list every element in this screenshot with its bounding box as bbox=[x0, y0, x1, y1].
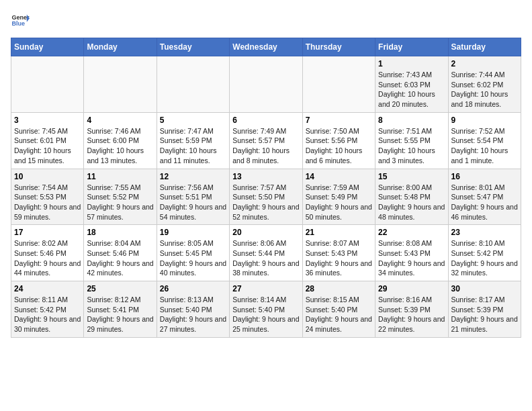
calendar-cell: 14Sunrise: 7:59 AM Sunset: 5:49 PM Dayli… bbox=[302, 169, 375, 225]
day-info: Sunrise: 8:02 AM Sunset: 5:46 PM Dayligh… bbox=[14, 238, 81, 278]
calendar-cell: 26Sunrise: 8:13 AM Sunset: 5:40 PM Dayli… bbox=[157, 281, 229, 338]
day-number: 28 bbox=[306, 284, 372, 293]
day-info: Sunrise: 8:14 AM Sunset: 5:40 PM Dayligh… bbox=[232, 295, 299, 334]
calendar-cell bbox=[230, 56, 302, 113]
svg-text:Blue: Blue bbox=[11, 20, 25, 27]
calendar-cell: 12Sunrise: 7:56 AM Sunset: 5:51 PM Dayli… bbox=[157, 169, 229, 225]
calendar-cell bbox=[302, 56, 375, 113]
day-number: 20 bbox=[232, 228, 299, 237]
day-info: Sunrise: 7:49 AM Sunset: 5:57 PM Dayligh… bbox=[232, 126, 299, 166]
day-info: Sunrise: 7:43 AM Sunset: 6:03 PM Dayligh… bbox=[378, 70, 445, 109]
weekday-header-friday: Friday bbox=[375, 38, 448, 56]
day-info: Sunrise: 8:01 AM Sunset: 5:47 PM Dayligh… bbox=[451, 183, 518, 222]
day-number: 10 bbox=[14, 172, 81, 181]
day-info: Sunrise: 8:04 AM Sunset: 5:46 PM Dayligh… bbox=[87, 238, 153, 278]
day-number: 18 bbox=[87, 228, 153, 237]
day-info: Sunrise: 8:13 AM Sunset: 5:40 PM Dayligh… bbox=[160, 295, 226, 334]
day-info: Sunrise: 7:57 AM Sunset: 5:50 PM Dayligh… bbox=[232, 183, 299, 222]
calendar-cell: 4Sunrise: 7:46 AM Sunset: 6:00 PM Daylig… bbox=[84, 112, 157, 169]
day-number: 4 bbox=[87, 116, 153, 125]
day-info: Sunrise: 7:51 AM Sunset: 5:55 PM Dayligh… bbox=[378, 126, 445, 166]
calendar-cell: 21Sunrise: 8:07 AM Sunset: 5:43 PM Dayli… bbox=[302, 225, 375, 281]
calendar-cell: 3Sunrise: 7:45 AM Sunset: 6:01 PM Daylig… bbox=[11, 112, 84, 169]
day-number: 7 bbox=[306, 116, 372, 125]
day-number: 24 bbox=[14, 284, 81, 293]
day-number: 25 bbox=[87, 284, 153, 293]
day-number: 17 bbox=[14, 228, 81, 237]
day-number: 14 bbox=[306, 172, 372, 181]
calendar-cell bbox=[157, 56, 229, 113]
day-info: Sunrise: 7:56 AM Sunset: 5:51 PM Dayligh… bbox=[160, 183, 226, 222]
day-info: Sunrise: 7:46 AM Sunset: 6:00 PM Dayligh… bbox=[87, 126, 153, 166]
weekday-header-saturday: Saturday bbox=[448, 38, 521, 56]
day-info: Sunrise: 7:54 AM Sunset: 5:53 PM Dayligh… bbox=[14, 183, 81, 222]
day-info: Sunrise: 8:12 AM Sunset: 5:41 PM Dayligh… bbox=[87, 295, 153, 334]
weekday-header-wednesday: Wednesday bbox=[230, 38, 302, 56]
day-number: 1 bbox=[378, 59, 445, 68]
calendar-cell: 1Sunrise: 7:43 AM Sunset: 6:03 PM Daylig… bbox=[375, 56, 448, 113]
day-info: Sunrise: 7:50 AM Sunset: 5:56 PM Dayligh… bbox=[306, 126, 372, 166]
logo-icon: General Blue bbox=[11, 11, 30, 30]
calendar-cell: 2Sunrise: 7:44 AM Sunset: 6:02 PM Daylig… bbox=[448, 56, 521, 113]
day-number: 29 bbox=[378, 284, 445, 293]
day-info: Sunrise: 7:45 AM Sunset: 6:01 PM Dayligh… bbox=[14, 126, 81, 166]
calendar-cell: 8Sunrise: 7:51 AM Sunset: 5:55 PM Daylig… bbox=[375, 112, 448, 169]
day-info: Sunrise: 7:55 AM Sunset: 5:52 PM Dayligh… bbox=[87, 183, 153, 222]
calendar-cell: 29Sunrise: 8:16 AM Sunset: 5:39 PM Dayli… bbox=[375, 281, 448, 338]
day-info: Sunrise: 8:08 AM Sunset: 5:43 PM Dayligh… bbox=[378, 238, 445, 278]
day-info: Sunrise: 8:00 AM Sunset: 5:48 PM Dayligh… bbox=[378, 183, 445, 222]
day-number: 11 bbox=[87, 172, 153, 181]
day-info: Sunrise: 8:16 AM Sunset: 5:39 PM Dayligh… bbox=[378, 295, 445, 334]
day-info: Sunrise: 8:15 AM Sunset: 5:40 PM Dayligh… bbox=[306, 295, 372, 334]
day-info: Sunrise: 7:52 AM Sunset: 5:54 PM Dayligh… bbox=[451, 126, 518, 166]
day-number: 12 bbox=[160, 172, 226, 181]
calendar-cell: 23Sunrise: 8:10 AM Sunset: 5:42 PM Dayli… bbox=[448, 225, 521, 281]
day-number: 9 bbox=[451, 116, 518, 125]
day-number: 30 bbox=[451, 284, 518, 293]
calendar-cell: 5Sunrise: 7:47 AM Sunset: 5:59 PM Daylig… bbox=[157, 112, 229, 169]
day-info: Sunrise: 7:47 AM Sunset: 5:59 PM Dayligh… bbox=[160, 126, 226, 166]
page-header: General Blue bbox=[11, 11, 521, 30]
weekday-header-sunday: Sunday bbox=[11, 38, 84, 56]
calendar-cell: 20Sunrise: 8:06 AM Sunset: 5:44 PM Dayli… bbox=[230, 225, 302, 281]
day-number: 6 bbox=[232, 116, 299, 125]
calendar-cell: 27Sunrise: 8:14 AM Sunset: 5:40 PM Dayli… bbox=[230, 281, 302, 338]
logo: General Blue bbox=[11, 11, 30, 30]
calendar-cell: 28Sunrise: 8:15 AM Sunset: 5:40 PM Dayli… bbox=[302, 281, 375, 338]
day-info: Sunrise: 8:07 AM Sunset: 5:43 PM Dayligh… bbox=[306, 238, 372, 278]
calendar-cell: 15Sunrise: 8:00 AM Sunset: 5:48 PM Dayli… bbox=[375, 169, 448, 225]
calendar-cell: 10Sunrise: 7:54 AM Sunset: 5:53 PM Dayli… bbox=[11, 169, 84, 225]
calendar-cell: 19Sunrise: 8:05 AM Sunset: 5:45 PM Dayli… bbox=[157, 225, 229, 281]
day-number: 21 bbox=[306, 228, 372, 237]
day-number: 15 bbox=[378, 172, 445, 181]
day-info: Sunrise: 7:44 AM Sunset: 6:02 PM Dayligh… bbox=[451, 70, 518, 109]
day-info: Sunrise: 8:10 AM Sunset: 5:42 PM Dayligh… bbox=[451, 238, 518, 278]
day-number: 26 bbox=[160, 284, 226, 293]
day-number: 16 bbox=[451, 172, 518, 181]
day-number: 5 bbox=[160, 116, 226, 125]
calendar-cell: 18Sunrise: 8:04 AM Sunset: 5:46 PM Dayli… bbox=[84, 225, 157, 281]
calendar-cell: 11Sunrise: 7:55 AM Sunset: 5:52 PM Dayli… bbox=[84, 169, 157, 225]
day-number: 8 bbox=[378, 116, 445, 125]
day-number: 27 bbox=[232, 284, 299, 293]
day-number: 3 bbox=[14, 116, 81, 125]
calendar-cell: 16Sunrise: 8:01 AM Sunset: 5:47 PM Dayli… bbox=[448, 169, 521, 225]
day-number: 19 bbox=[160, 228, 226, 237]
day-info: Sunrise: 8:06 AM Sunset: 5:44 PM Dayligh… bbox=[232, 238, 299, 278]
calendar-cell: 17Sunrise: 8:02 AM Sunset: 5:46 PM Dayli… bbox=[11, 225, 84, 281]
day-number: 13 bbox=[232, 172, 299, 181]
calendar-cell: 7Sunrise: 7:50 AM Sunset: 5:56 PM Daylig… bbox=[302, 112, 375, 169]
day-info: Sunrise: 7:59 AM Sunset: 5:49 PM Dayligh… bbox=[306, 183, 372, 222]
day-info: Sunrise: 8:05 AM Sunset: 5:45 PM Dayligh… bbox=[160, 238, 226, 278]
calendar-cell: 24Sunrise: 8:11 AM Sunset: 5:42 PM Dayli… bbox=[11, 281, 84, 338]
day-info: Sunrise: 8:11 AM Sunset: 5:42 PM Dayligh… bbox=[14, 295, 81, 334]
calendar-cell bbox=[11, 56, 84, 113]
day-info: Sunrise: 8:17 AM Sunset: 5:39 PM Dayligh… bbox=[451, 295, 518, 334]
calendar-cell: 13Sunrise: 7:57 AM Sunset: 5:50 PM Dayli… bbox=[230, 169, 302, 225]
calendar-cell bbox=[84, 56, 157, 113]
day-number: 22 bbox=[378, 228, 445, 237]
day-number: 2 bbox=[451, 59, 518, 68]
calendar-cell: 22Sunrise: 8:08 AM Sunset: 5:43 PM Dayli… bbox=[375, 225, 448, 281]
calendar-cell: 25Sunrise: 8:12 AM Sunset: 5:41 PM Dayli… bbox=[84, 281, 157, 338]
weekday-header-thursday: Thursday bbox=[302, 38, 375, 56]
